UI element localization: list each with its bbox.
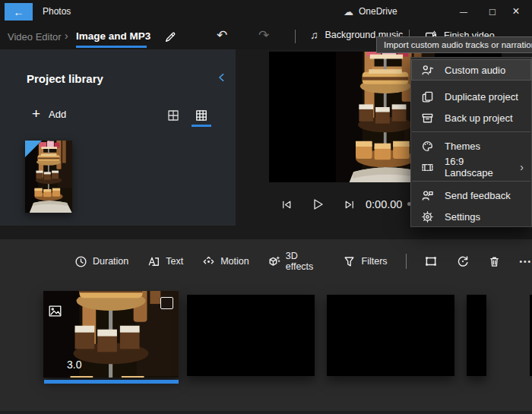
rename-button[interactable] — [163, 30, 176, 43]
backup-box-icon — [420, 111, 434, 125]
maximize-icon: □ — [489, 6, 496, 17]
redo-icon: ↷ — [258, 28, 269, 43]
more-options-menu: Custom audio Duplicate project Back up p… — [410, 57, 532, 227]
timeline-clip-4[interactable] — [467, 295, 486, 376]
clip-select-checkbox[interactable] — [160, 297, 173, 309]
menu-item-aspect-ratio[interactable]: 16:9 Landscape › — [411, 156, 531, 178]
menu-item-send-feedback[interactable]: Send feedback — [411, 185, 531, 206]
play-button[interactable] — [309, 196, 325, 212]
submenu-chevron-icon: › — [520, 161, 524, 173]
frame-icon — [424, 254, 438, 268]
image-icon — [49, 359, 62, 371]
grid-3x3-icon — [195, 109, 207, 122]
previous-frame-button[interactable] — [280, 198, 293, 211]
filters-label: Filters — [362, 256, 388, 267]
add-label: Add — [49, 109, 66, 120]
minimize-button[interactable]: — — [451, 0, 476, 23]
collapse-panel-button[interactable] — [215, 71, 229, 84]
duration-label: Duration — [93, 256, 128, 267]
timeline-clip-3[interactable] — [327, 295, 454, 376]
divider — [295, 30, 296, 43]
delete-button[interactable] — [488, 255, 501, 268]
grid-small-button[interactable] — [166, 109, 180, 122]
menu-item-label: Send feedback — [445, 190, 511, 201]
menu-item-label: 16:9 Landscape — [445, 156, 509, 179]
breadcrumb-current: Image and MP3 — [76, 30, 150, 42]
time-display: 0:00.00 — [366, 198, 402, 210]
back-button[interactable]: ← — [5, 3, 33, 21]
tooltip-text: Import custom audio tracks or narration — [384, 40, 532, 49]
menu-item-backup-project[interactable]: Back up project — [411, 107, 531, 128]
chevron-left-icon — [217, 72, 227, 83]
text-button[interactable]: Text — [147, 254, 183, 268]
resize-button[interactable] — [424, 254, 438, 268]
onedrive-label: OneDrive — [359, 6, 397, 17]
clip-toolbar: Duration Text Motion 3D effects Filters — [74, 251, 532, 272]
filter-icon — [343, 254, 356, 268]
grid-active-underline — [192, 125, 211, 127]
duplicate-icon — [420, 90, 434, 103]
effects-label: 3D effects — [286, 251, 325, 272]
plus-icon: + — [32, 107, 40, 121]
menu-item-label: Custom audio — [445, 65, 505, 76]
motion-button[interactable]: Motion — [201, 254, 249, 268]
add-button[interactable]: + Add — [32, 107, 66, 121]
breadcrumb-video-editor[interactable]: Video Editor — [8, 31, 62, 43]
menu-item-label: Duplicate project — [445, 91, 518, 103]
menu-separator — [412, 181, 530, 182]
themes-palette-icon — [420, 139, 434, 153]
menu-item-custom-audio[interactable]: Custom audio — [411, 59, 531, 81]
menu-item-label: Themes — [445, 141, 480, 152]
custom-audio-icon — [420, 63, 434, 77]
rotate-icon — [456, 254, 470, 268]
text-icon — [147, 254, 160, 268]
undo-button[interactable]: ↶ — [217, 27, 227, 43]
clock-icon — [74, 254, 87, 268]
effects-button[interactable]: 3D effects — [268, 251, 325, 272]
grid-2x2-icon — [167, 109, 179, 122]
feedback-icon — [420, 188, 434, 202]
more-options-button[interactable]: ••• — [519, 258, 532, 266]
motion-icon — [201, 254, 215, 268]
redo-button[interactable]: ↷ — [258, 27, 269, 43]
trash-icon — [488, 255, 501, 268]
aspect-ratio-icon — [420, 160, 434, 174]
music-note-icon: ♫ — [310, 29, 318, 41]
selected-corner-triangle-icon — [25, 141, 42, 157]
menu-item-settings[interactable]: Settings — [411, 206, 531, 227]
title-bar: ← Photos ☁ OneDrive — □ × — [0, 0, 532, 23]
close-button[interactable]: × — [504, 0, 528, 23]
ellipsis-icon: ••• — [519, 258, 532, 266]
gear-icon — [420, 210, 434, 223]
timeline-section: Duration Text Motion 3D effects Filters — [0, 239, 532, 414]
next-frame-button[interactable] — [342, 198, 356, 211]
previous-frame-icon — [280, 198, 293, 211]
cloud-icon: ☁ — [344, 6, 353, 17]
text-label: Text — [166, 256, 183, 267]
filters-button[interactable]: Filters — [343, 254, 388, 268]
breadcrumb-chevron-icon: › — [65, 30, 68, 42]
project-library-panel: Project library + Add — [0, 49, 236, 226]
timeline-clip-2[interactable] — [187, 295, 315, 376]
next-frame-icon — [343, 198, 356, 211]
clip-duration-badge: 3.0 — [49, 359, 81, 371]
onedrive-status[interactable]: ☁ OneDrive — [344, 0, 397, 23]
menu-item-label: Settings — [445, 211, 480, 223]
cube-sparkle-icon — [268, 254, 280, 268]
play-icon — [310, 197, 325, 212]
motion-label: Motion — [220, 256, 249, 267]
library-thumbnail[interactable] — [25, 141, 72, 213]
grid-large-button[interactable] — [195, 109, 208, 122]
maximize-button[interactable]: □ — [480, 0, 505, 23]
menu-item-duplicate-project[interactable]: Duplicate project — [411, 86, 531, 107]
undo-icon: ↶ — [217, 28, 227, 43]
clip-progress-bar — [44, 380, 179, 384]
timeline-scrollbar[interactable] — [0, 411, 532, 414]
timeline-clip-1[interactable]: 3.0 — [43, 291, 179, 378]
pencil-icon — [163, 30, 176, 43]
close-icon: × — [512, 5, 519, 18]
clip-duration-value: 3.0 — [67, 359, 81, 371]
duration-button[interactable]: Duration — [74, 254, 128, 268]
menu-item-themes[interactable]: Themes — [411, 135, 531, 156]
rotate-button[interactable] — [456, 254, 470, 268]
